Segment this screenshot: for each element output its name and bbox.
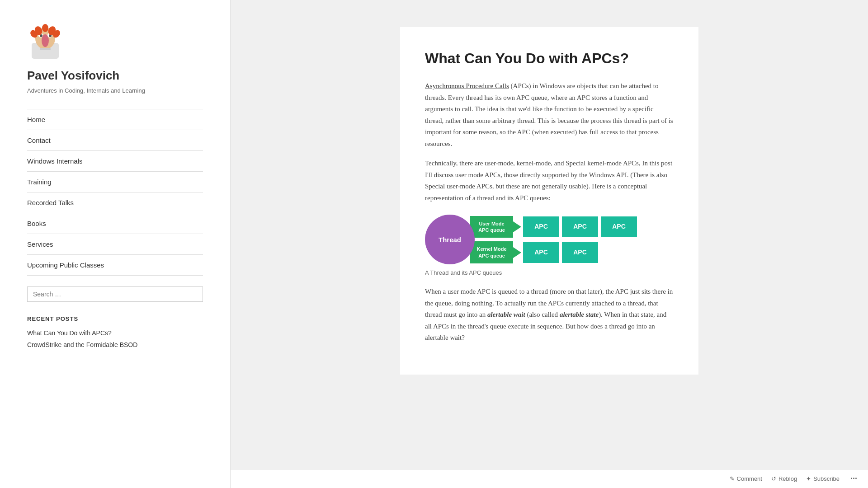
nav-item-books[interactable]: Books bbox=[27, 213, 203, 234]
comment-button[interactable]: ✎ Comment bbox=[730, 474, 762, 483]
avatar bbox=[27, 18, 63, 59]
alertable-state-text: alertable state bbox=[560, 311, 599, 318]
site-tagline: Adventures in Coding, Internals and Lear… bbox=[27, 86, 203, 95]
article-para2: Technically, there are user-mode, kernel… bbox=[425, 158, 674, 204]
user-mode-arrow bbox=[513, 221, 521, 232]
kernel-mode-queue-label: Kernel Mode APC queue bbox=[470, 241, 513, 263]
kernel-apc-box-0: APC bbox=[523, 242, 559, 263]
bottom-bar: ✎ Comment ↺ Reblog ✦ Subscribe ··· bbox=[231, 469, 868, 488]
svg-rect-12 bbox=[40, 48, 51, 50]
svg-point-8 bbox=[42, 24, 48, 32]
sidebar: Pavel Yosifovich Adventures in Coding, I… bbox=[0, 0, 231, 488]
kernel-apc-box-1: APC bbox=[562, 242, 598, 263]
user-mode-queue-label: User Mode APC queue bbox=[470, 216, 513, 238]
main-content: What Can You Do with APCs? Asynchronous … bbox=[231, 0, 868, 488]
user-apc-box-0: APC bbox=[523, 216, 559, 237]
search-wrap bbox=[27, 286, 203, 302]
nav-item-recorded-talks[interactable]: Recorded Talks bbox=[27, 192, 203, 213]
kernel-mode-queue-row: Kernel Mode APC queue APC APC bbox=[470, 241, 637, 263]
nav-item-services[interactable]: Services bbox=[27, 234, 203, 255]
article-para1-text: (APCs) in Windows are objects that can b… bbox=[425, 82, 673, 147]
nav-item-contact[interactable]: Contact bbox=[27, 130, 203, 151]
nav-item-upcoming-public-classes[interactable]: Upcoming Public Classes bbox=[27, 255, 203, 276]
article-title: What Can You Do with APCs? bbox=[425, 50, 674, 67]
apc-diagram: Thread User Mode APC queue APC APC APC bbox=[425, 215, 674, 264]
avatar-wrap bbox=[27, 18, 203, 61]
more-options-button[interactable]: ··· bbox=[849, 474, 859, 483]
thread-circle: Thread bbox=[425, 215, 475, 264]
nav-item-training[interactable]: Training bbox=[27, 172, 203, 192]
alertable-wait-text: alertable wait bbox=[487, 311, 525, 318]
subscribe-label: Subscribe bbox=[813, 475, 840, 482]
recent-posts-heading: RECENT POSTS bbox=[27, 315, 203, 322]
kernel-mode-arrow bbox=[513, 247, 521, 258]
nav-item-home[interactable]: Home bbox=[27, 109, 203, 130]
site-title: Pavel Yosifovich bbox=[27, 69, 203, 83]
comment-label: Comment bbox=[737, 475, 762, 482]
search-input[interactable] bbox=[27, 286, 203, 302]
article-para3: When a user mode APC is queued to a thre… bbox=[425, 286, 674, 344]
article-para1: Asynchronous Procedure Calls (APCs) in W… bbox=[425, 80, 674, 150]
reblog-label: Reblog bbox=[778, 475, 797, 482]
reblog-button[interactable]: ↺ Reblog bbox=[771, 474, 797, 483]
kernel-mode-apc-boxes: APC APC bbox=[523, 242, 598, 263]
article-body: Asynchronous Procedure Calls (APCs) in W… bbox=[425, 80, 674, 344]
user-mode-queue-row: User Mode APC queue APC APC APC bbox=[470, 216, 637, 238]
user-apc-box-1: APC bbox=[562, 216, 598, 237]
article-card: What Can You Do with APCs? Asynchronous … bbox=[400, 27, 698, 375]
article-para3-middle: (also called bbox=[525, 311, 560, 318]
reblog-icon: ↺ bbox=[771, 475, 776, 482]
subscribe-icon: ✦ bbox=[806, 475, 811, 482]
recent-post-1[interactable]: CrowdStrike and the Formidable BSOD bbox=[27, 341, 203, 348]
comment-icon: ✎ bbox=[730, 475, 735, 482]
nav-item-windows-internals[interactable]: Windows Internals bbox=[27, 151, 203, 172]
user-mode-apc-boxes: APC APC APC bbox=[523, 216, 637, 237]
recent-post-0[interactable]: What Can You Do with APCs? bbox=[27, 329, 203, 337]
user-apc-box-2: APC bbox=[601, 216, 637, 237]
apc-link[interactable]: Asynchronous Procedure Calls bbox=[425, 82, 509, 89]
diagram-caption: A Thread and its APC queues bbox=[425, 268, 674, 278]
subscribe-button[interactable]: ✦ Subscribe bbox=[806, 474, 840, 483]
queues-col: User Mode APC queue APC APC APC Kernel M… bbox=[470, 216, 637, 263]
